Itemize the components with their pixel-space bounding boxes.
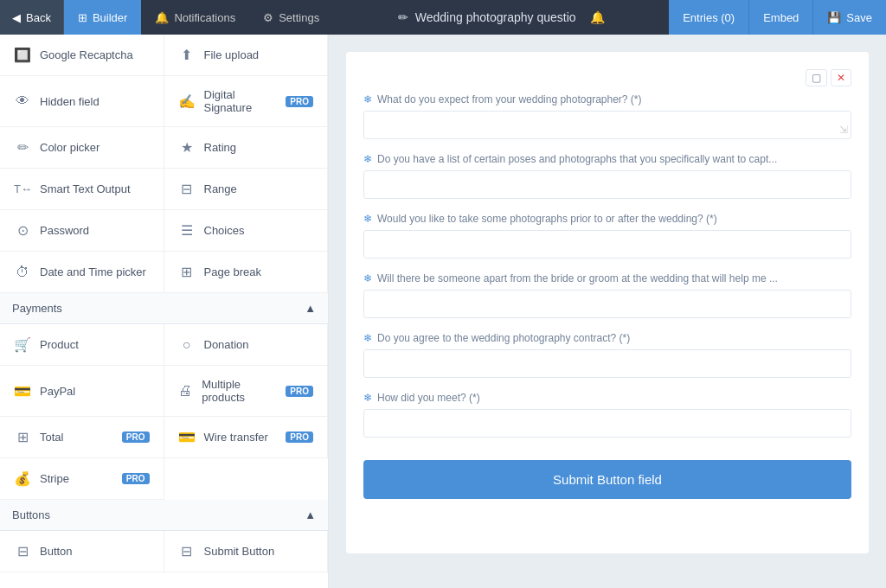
sidebar-item-paypal[interactable]: 💳 PayPal [0,366,164,417]
embed-button[interactable]: Embed [749,0,813,35]
multiple-products-icon: 🖨 [178,383,194,399]
sidebar-item-submit-button[interactable]: ⊟ Submit Button [164,531,329,572]
sidebar-label-donation: Donation [204,338,249,351]
sidebar-item-password[interactable]: ⊙ Password [0,210,164,252]
pro-badge-stripe: PRO [122,473,150,484]
field-4: ❄ Will there be someone apart from the b… [363,272,851,318]
notifications-label: Notifications [174,11,235,24]
sidebar-label-total: Total [40,431,63,444]
sidebar-grid-payments: 🛒 Product ○ Donation 💳 PayPal 🖨 Multiple… [0,324,328,500]
topbar: ◀ Back ⊞ Builder 🔔 Notifications ⚙ Setti… [0,0,886,35]
sidebar-label-file-upload: File upload [204,48,260,61]
save-button[interactable]: 💾 Save [813,0,886,35]
field-2-input[interactable] [363,170,851,199]
sidebar-item-color-picker[interactable]: ✏ Color picker [0,127,164,169]
minimize-button[interactable]: ▢ [806,69,827,86]
field-icon-6: ❄ [363,392,372,404]
sidebar-label-paypal: PayPal [40,385,75,398]
pro-badge-multiple: PRO [286,386,313,397]
form-top-actions: ▢ ✕ [363,69,851,86]
sidebar-grid-1: 🔲 Google Recaptcha ⬆ File upload 👁 Hidde… [0,35,328,293]
builder-icon: ⊞ [78,11,87,24]
field-1-label: ❄ What do you expect from your wedding p… [363,93,851,105]
file-upload-icon: ⬆ [178,47,196,63]
total-icon: ⊞ [14,429,31,445]
sidebar-item-total[interactable]: ⊞ Total PRO [0,417,164,458]
datetime-icon: ⏱ [14,265,31,280]
field-1-input[interactable] [363,111,851,139]
sidebar-label-rating: Rating [204,141,237,154]
bell-icon: 🔔 [155,11,169,24]
payments-section-header: Payments ▲ [0,293,328,324]
sidebar-item-donation[interactable]: ○ Donation [164,324,329,366]
password-icon: ⊙ [14,222,31,239]
field-5-input[interactable] [363,349,851,378]
recaptcha-icon: 🔲 [14,47,31,63]
form-area: ▢ ✕ ❄ What do you expect from your weddi… [329,35,886,588]
sidebar-item-digital-signature[interactable]: ✍ Digital Signature PRO [164,76,329,127]
sidebar-label-page-break: Page break [204,265,262,278]
entries-label: Entries (0) [683,11,735,24]
sidebar-item-hidden-field[interactable]: 👁 Hidden field [0,76,164,127]
range-icon: ⊟ [178,181,196,197]
field-1-input-wrap: ⇲ [363,111,851,139]
field-3-input[interactable] [363,230,851,259]
sidebar-item-page-break[interactable]: ⊞ Page break [164,252,329,293]
sidebar-item-smart-text[interactable]: T↔ Smart Text Output [0,169,164,210]
sidebar-label-multiple-products: Multiple products [202,378,277,404]
sidebar-label-google-recaptcha: Google Recaptcha [40,48,133,61]
collapse-buttons-icon[interactable]: ▲ [305,508,316,521]
sidebar-grid-buttons: ⊟ Button ⊟ Submit Button [0,531,328,572]
edit-icon: ✏ [398,10,408,24]
sidebar-label-stripe: Stripe [40,472,69,485]
sidebar-label-password: Password [40,224,89,237]
field-4-label: ❄ Will there be someone apart from the b… [363,272,851,284]
buttons-section-header: Buttons ▲ [0,500,328,531]
sidebar-item-stripe[interactable]: 💰 Stripe PRO [0,458,164,500]
rating-icon: ★ [178,139,196,156]
builder-tab[interactable]: ⊞ Builder [64,0,141,35]
sidebar-item-file-upload[interactable]: ⬆ File upload [164,35,329,76]
sidebar-item-product[interactable]: 🛒 Product [0,324,164,366]
settings-button[interactable]: ⚙ Settings [249,0,333,35]
notifications-button[interactable]: 🔔 Notifications [141,0,249,35]
buttons-label: Buttons [12,508,50,521]
sidebar-item-wire-transfer[interactable]: 💳 Wire transfer PRO [164,417,329,458]
color-picker-icon: ✏ [14,139,31,156]
submit-button-field[interactable]: Submit Button field [363,460,851,499]
smart-text-icon: T↔ [14,182,31,195]
field-4-input[interactable] [363,290,851,318]
entries-button[interactable]: Entries (0) [669,0,749,35]
field-icon-3: ❄ [363,213,372,225]
field-2-label: ❄ Do you have a list of certain poses an… [363,153,851,165]
builder-label: Builder [93,11,127,24]
field-2: ❄ Do you have a list of certain poses an… [363,153,851,199]
sidebar-item-rating[interactable]: ★ Rating [164,127,329,169]
digital-sig-icon: ✍ [178,93,196,110]
paypal-icon: 💳 [14,383,31,399]
bell-icon-right: 🔔 [590,10,605,24]
sidebar-label-hidden-field: Hidden field [40,95,100,108]
sidebar-label-choices: Choices [204,224,245,237]
field-6-input[interactable] [363,409,851,438]
back-button[interactable]: ◀ Back [0,0,64,35]
sidebar-item-choices[interactable]: ☰ Choices [164,210,329,252]
close-button[interactable]: ✕ [831,69,851,86]
save-label: Save [846,11,872,24]
collapse-icon[interactable]: ▲ [305,302,316,315]
back-label: Back [26,11,51,24]
field-3: ❄ Would you like to take some photograph… [363,213,851,259]
gear-icon: ⚙ [263,11,273,24]
field-5: ❄ Do you agree to the wedding photograph… [363,332,851,378]
stripe-icon: 💰 [14,470,31,487]
sidebar: 🔲 Google Recaptcha ⬆ File upload 👁 Hidde… [0,35,329,588]
sidebar-label-wire-transfer: Wire transfer [204,431,268,444]
sidebar-item-google-recaptcha[interactable]: 🔲 Google Recaptcha [0,35,164,76]
sidebar-label-digital-signature: Digital Signature [204,88,278,114]
sidebar-item-button[interactable]: ⊟ Button [0,531,164,572]
sidebar-item-range[interactable]: ⊟ Range [164,169,329,210]
field-3-label: ❄ Would you like to take some photograph… [363,213,851,225]
resize-handle-1[interactable]: ⇲ [839,124,848,136]
sidebar-item-datetime[interactable]: ⏱ Date and Time picker [0,252,164,293]
sidebar-item-multiple-products[interactable]: 🖨 Multiple products PRO [164,366,329,417]
